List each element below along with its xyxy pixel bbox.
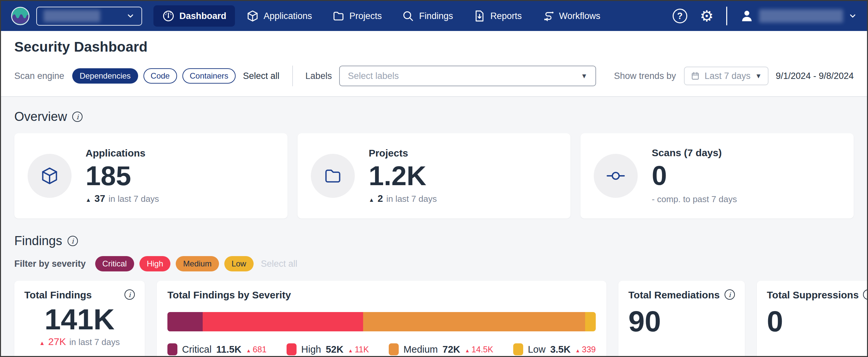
findings-by-severity-card: Total Findings by Severity Critical11.5K… <box>157 281 607 357</box>
nav-label: Workflows <box>559 11 600 21</box>
main-navigation: Dashboard Applications Projects Findings… <box>153 5 609 27</box>
info-icon[interactable]: i <box>863 289 868 300</box>
legend-item-high: High52K▲11K <box>286 343 369 355</box>
scan-engine-label: Scan engine <box>14 71 64 81</box>
stat-title: Scans (7 days) <box>652 147 737 158</box>
applications-card: Applications 185 ▲ 37 in last 7 days <box>14 133 287 218</box>
nav-item-projects[interactable]: Projects <box>323 5 391 27</box>
severity-chip-medium[interactable]: Medium <box>176 256 219 271</box>
delta-up-icon: ▲ <box>369 197 374 204</box>
info-icon[interactable]: i <box>68 236 78 246</box>
scan-engine-chip-containers[interactable]: Containers <box>182 68 236 84</box>
delta-value: 27K <box>48 336 66 347</box>
filter-divider <box>292 66 293 86</box>
legend-delta: ▲681 <box>246 345 267 354</box>
trends-group: Show trends by Last 7 days ▼ 9/1/2024 - … <box>614 67 854 85</box>
card-title: Total Suppressions <box>767 289 859 301</box>
info-icon[interactable]: i <box>124 289 135 300</box>
total-remediations-value: 90 <box>628 306 735 337</box>
total-findings-card: Total Findings i 141K ▲ 27K in last 7 da… <box>14 281 145 357</box>
dashboard-content: Overview i Applications 185 ▲ 37 in last… <box>1 110 867 357</box>
gear-icon[interactable]: ⚙ <box>700 8 714 24</box>
total-suppressions-value: 0 <box>767 306 868 337</box>
legend-value: 3.5K <box>550 344 570 355</box>
card-title: Total Findings <box>24 289 92 301</box>
delta-value: 37 <box>95 193 105 204</box>
delta-up-icon: ▲ <box>246 348 251 353</box>
bar-segment-high <box>203 312 363 331</box>
date-range: 9/1/2024 - 9/8/2024 <box>776 71 854 81</box>
navbar-divider <box>726 7 727 25</box>
bar-segment-critical <box>167 312 203 331</box>
search-icon <box>402 10 414 22</box>
legend-item-critical: Critical11.5K▲681 <box>167 343 267 355</box>
total-suppressions-card: Total Suppressions i 0 <box>757 281 868 357</box>
stat-value: 0 <box>652 160 737 190</box>
legend-label: Medium <box>403 344 438 355</box>
user-icon <box>740 9 754 23</box>
severity-chip-low[interactable]: Low <box>224 256 254 271</box>
scan-engine-chip-code[interactable]: Code <box>144 68 177 84</box>
icon-circle <box>28 154 71 198</box>
trends-period-value: Last 7 days <box>705 71 750 81</box>
folder-icon <box>323 166 342 185</box>
findings-heading-text: Findings <box>14 234 62 248</box>
severity-select-all[interactable]: Select all <box>261 259 298 269</box>
delta-up-icon: ▲ <box>39 340 45 347</box>
legend-label: Low <box>528 344 546 355</box>
nav-label: Applications <box>264 11 312 21</box>
nav-item-workflows[interactable]: Workflows <box>533 5 609 27</box>
delta-suffix: in last 7 days <box>386 194 437 204</box>
nav-item-dashboard[interactable]: Dashboard <box>153 5 235 27</box>
severity-chip-critical[interactable]: Critical <box>95 256 134 271</box>
legend-value: 11.5K <box>216 344 242 355</box>
card-title: Total Remediations <box>628 289 719 301</box>
labels-select[interactable]: Select labels ▼ <box>339 66 596 86</box>
stat-value: 185 <box>86 161 159 191</box>
stat-title: Projects <box>369 148 437 159</box>
delta-up-icon: ▲ <box>465 348 470 353</box>
legend-label: High <box>301 344 321 355</box>
chevron-down-icon <box>126 12 135 20</box>
scan-node-icon <box>606 166 625 185</box>
delta-up-icon: ▲ <box>575 348 580 353</box>
folder-icon <box>332 10 345 22</box>
severity-stacked-bar <box>167 312 596 331</box>
show-trends-label: Show trends by <box>614 71 676 81</box>
nav-item-applications[interactable]: Applications <box>238 5 321 27</box>
info-icon[interactable]: i <box>72 112 83 122</box>
cube-icon <box>246 10 259 22</box>
organization-selector[interactable] <box>36 7 142 26</box>
redacted-user-name <box>759 9 843 23</box>
scan-engine-select-all[interactable]: Select all <box>243 71 280 81</box>
workflow-icon <box>542 10 555 22</box>
mend-logo-icon[interactable] <box>11 7 30 25</box>
report-document-icon <box>473 10 486 22</box>
scan-engine-chip-dependencies[interactable]: Dependencies <box>72 68 138 84</box>
help-icon[interactable]: ? <box>673 9 687 23</box>
severity-chip-high[interactable]: High <box>140 256 170 271</box>
delta-suffix: in last 7 days <box>108 194 159 204</box>
dropdown-caret-icon: ▼ <box>755 72 762 80</box>
trends-period-dropdown[interactable]: Last 7 days ▼ <box>684 67 769 85</box>
legend-delta: ▲11K <box>348 345 369 354</box>
legend-delta: ▲339 <box>575 345 596 354</box>
stat-value: 1.2K <box>369 161 437 191</box>
nav-item-reports[interactable]: Reports <box>464 5 530 27</box>
legend-item-medium: Medium72K▲14.5K <box>389 343 493 355</box>
top-navbar: Dashboard Applications Projects Findings… <box>1 1 867 31</box>
user-menu[interactable] <box>740 9 857 23</box>
info-icon[interactable]: i <box>724 289 735 300</box>
overview-heading-text: Overview <box>14 110 67 124</box>
legend-label: Critical <box>182 344 212 355</box>
scans-card: Scans (7 days) 0 - comp. to past 7 days <box>581 133 854 218</box>
legend-value: 72K <box>443 344 460 355</box>
redacted-org-name <box>43 10 100 22</box>
icon-circle <box>311 154 355 198</box>
projects-card: Projects 1.2K ▲ 2 in last 7 days <box>298 133 571 218</box>
severity-filter-label: Filter by severity <box>14 259 86 269</box>
navbar-right-controls: ? ⚙ <box>673 7 857 25</box>
nav-item-findings[interactable]: Findings <box>393 5 462 27</box>
legend-swatch-icon <box>513 343 523 355</box>
delta-value: 2 <box>378 193 383 204</box>
